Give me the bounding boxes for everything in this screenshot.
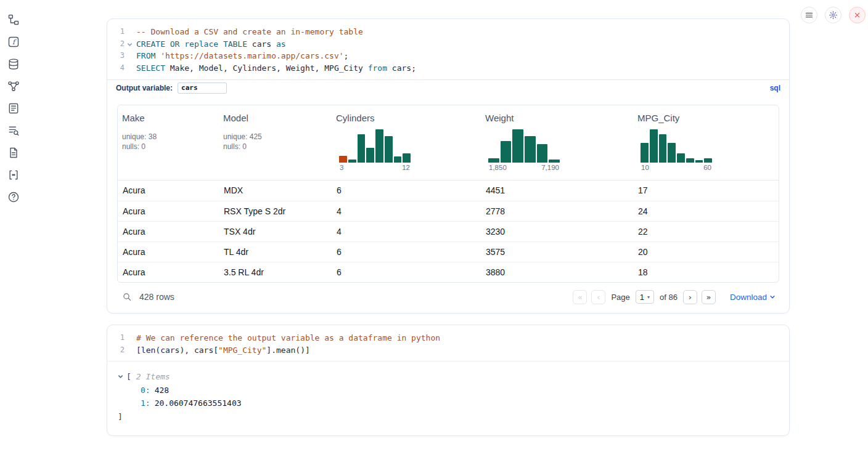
table-cell: Acura [118,247,219,257]
table-body: AcuraMDX6445117AcuraRSX Type S 2dr427782… [118,180,779,282]
previous-page-button[interactable]: ‹ [591,290,605,304]
histogram-bar[interactable] [366,148,374,163]
table-row[interactable]: Acura3.5 RL 4dr6388018 [118,262,779,282]
histogram-bar[interactable] [695,160,703,163]
search-icon[interactable] [122,292,132,302]
snippets-icon[interactable] [7,169,20,181]
chevron-down-icon [769,294,776,300]
histogram-bar[interactable] [394,156,402,163]
histogram-bar[interactable] [650,129,658,163]
tree-root: [2 Items [118,370,779,384]
histogram-bar[interactable] [537,144,548,163]
download-button[interactable]: Download [730,293,776,302]
data-table: Make unique: 38 nulls: 0 Model unique: 4… [117,105,779,283]
output-variable-label: Output variable: [116,84,173,92]
axis-max-label: 7,190 [541,164,559,171]
menu-button[interactable] [801,7,817,23]
histogram-bar[interactable] [677,153,685,163]
last-page-button[interactable]: » [702,290,716,304]
page-label: Page [611,293,629,302]
code-text: SELECT Make, Model, Cylinders, Weight, M… [136,62,416,75]
table-row[interactable]: AcuraTSX 4dr4323022 [118,221,779,241]
stat-nulls: nulls: 0 [122,142,215,152]
column-label[interactable]: Model [223,113,327,123]
histogram-bar[interactable] [686,158,694,163]
code-line[interactable]: 2 [len(cars), cars["MPG_City"].mean()] [112,344,789,357]
histogram-bar[interactable] [348,160,356,163]
histogram-bar[interactable] [659,134,667,163]
histogram-bar[interactable] [375,129,383,163]
database-icon[interactable] [7,58,20,70]
python-output-tree: [2 Items 0:4281:20.060747663551403 ] [107,361,789,435]
close-button[interactable] [849,7,866,23]
histogram-weight: 1,850 7,190 [488,128,560,171]
histogram-bar[interactable] [339,156,347,163]
column-label[interactable]: Cylinders [336,113,477,123]
output-variable-bar: Output variable: sql [107,79,789,96]
output-variable-input[interactable] [178,83,227,94]
table-row[interactable]: AcuraRSX Type S 2dr4277824 [118,201,779,221]
histogram-bars [641,128,712,163]
histogram-bar[interactable] [668,143,676,163]
line-number: 2 [112,38,125,51]
close-bracket: ] [118,412,123,421]
axis-min-label: 1,850 [489,164,507,171]
histogram-bar[interactable] [512,129,523,163]
stat-unique: unique: 425 [223,132,327,142]
function-icon[interactable]: f [7,36,20,48]
tree-entry-key: 1: [141,398,150,408]
code-line[interactable]: 2 CREATE OR replace TABLE cars as [112,38,789,51]
column-header-make: Make unique: 38 nulls: 0 [118,105,219,180]
page-select[interactable]: 1▾ [636,290,654,304]
python-cell: 1 # We can reference the output variable… [107,325,790,436]
code-line[interactable]: 4 SELECT Make, Model, Cylinders, Weight,… [112,62,789,75]
document-icon[interactable] [7,147,20,159]
file-tree-icon[interactable] [7,14,20,26]
help-icon[interactable] [7,191,20,203]
logs-icon[interactable] [7,124,20,137]
column-header-weight: Weight 1,850 7,190 [481,105,633,180]
code-line[interactable]: 3 FROM 'https://datasets.marimo.app/cars… [112,50,789,62]
code-line[interactable]: 1 -- Download a CSV and create an in-mem… [112,26,789,38]
table-cell: 6 [332,185,481,195]
table-cell: 3.5 RL 4dr [219,267,332,277]
histogram-bar[interactable] [525,136,536,163]
tree-entry-value: 20.060747663551403 [155,398,242,408]
histogram-bar[interactable] [501,141,512,163]
line-number: 4 [112,62,125,75]
column-label[interactable]: Weight [485,113,629,123]
code-text: -- Download a CSV and create an in-memor… [136,26,363,38]
table-row[interactable]: AcuraMDX6445117 [118,180,779,201]
sql-code-editor[interactable]: 1 -- Download a CSV and create an in-mem… [107,19,789,79]
table-cell: 22 [633,227,779,237]
column-header-mpg-city: MPG_City 10 60 [633,105,779,180]
tree-entry: 1:20.060747663551403 [118,397,779,410]
table-cell: 3880 [481,267,633,277]
settings-button[interactable] [825,7,841,23]
collapse-icon[interactable] [118,370,123,384]
table-cell: 18 [633,267,779,277]
first-page-button[interactable]: « [573,290,587,304]
next-page-button[interactable]: › [683,290,697,304]
dependency-graph-icon[interactable] [7,80,20,92]
table-row[interactable]: AcuraTL 4dr6357520 [118,241,779,262]
column-label[interactable]: MPG_City [637,113,774,123]
fold-chevron-icon[interactable] [127,42,133,47]
items-count: 2 Items [136,372,170,381]
language-badge: sql [770,84,780,92]
histogram-bar[interactable] [488,158,499,163]
histogram-bar[interactable] [641,143,649,163]
page-of-label: of 86 [660,293,678,302]
notebook-icon[interactable] [7,102,20,115]
tree-entry: 0:428 [118,384,779,397]
row-count: 428 rows [139,292,174,302]
histogram-bar[interactable] [358,134,366,163]
python-code-editor[interactable]: 1 # We can reference the output variable… [107,325,789,361]
histogram-bar[interactable] [549,160,560,163]
histogram-bar[interactable] [385,136,393,163]
code-line[interactable]: 1 # We can reference the output variable… [112,332,789,344]
histogram-cylinders: 3 12 [339,128,411,171]
histogram-bar[interactable] [403,153,411,163]
column-label[interactable]: Make [122,113,215,123]
histogram-bar[interactable] [704,158,712,163]
